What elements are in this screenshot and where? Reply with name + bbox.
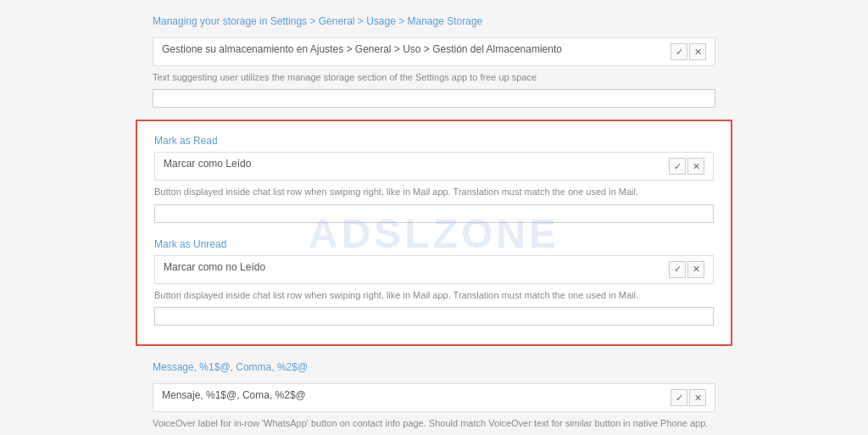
manage-storage-section: Managing your storage in Settings > Gene… [0, 8, 868, 120]
mark-as-unread-actions: ✓ ✕ [669, 261, 704, 278]
mark-as-unread-block: Marcar como no Leído ✓ ✕ Button displaye… [154, 255, 714, 326]
manage-storage-translation-text: Gestione su almacenamiento en Ajustes > … [162, 43, 662, 55]
mark-as-unread-input[interactable] [154, 307, 714, 326]
mark-as-read-translation-text: Marcar como Leído [164, 158, 660, 170]
manage-storage-header: Managing your storage in Settings > Gene… [0, 8, 868, 34]
message-comma-actions: ✓ ✕ [670, 389, 706, 406]
manage-storage-translation-block: Gestione su almacenamiento en Ajustes > … [0, 34, 868, 120]
message-comma-description: VoiceOver label for in-row 'WhatsApp' bu… [153, 414, 715, 435]
mark-as-read-section: Mark as Read Marcar como Leído ✓ ✕ Butto… [154, 130, 714, 222]
manage-storage-translation-row: Gestione su almacenamiento en Ajustes > … [153, 37, 715, 66]
page-container: Managing your storage in Settings > Gene… [0, 0, 868, 435]
message-comma-header: Message, %1$@, Comma, %2$@ [0, 354, 868, 380]
message-comma-translation-row: Mensaje, %1$@, Coma, %2$@ ✓ ✕ [153, 383, 715, 412]
manage-storage-description: Text suggesting user utilizes the manage… [153, 68, 715, 89]
highlighted-section: ADSLZONE Mark as Read Marcar como Leído … [136, 120, 732, 346]
mark-as-read-description: Button displayed inside chat list row wh… [154, 182, 714, 204]
mark-as-unread-cancel-btn[interactable]: ✕ [687, 261, 704, 278]
mark-as-read-block: Marcar como Leído ✓ ✕ Button displayed i… [154, 152, 714, 222]
manage-storage-actions: ✓ ✕ [670, 43, 706, 60]
manage-storage-input[interactable] [153, 89, 715, 108]
mark-as-unread-section: Mark as Unread Marcar como no Leído ✓ ✕ … [154, 233, 714, 326]
mark-as-read-translation-row: Marcar como Leído ✓ ✕ [154, 152, 714, 181]
mark-as-unread-confirm-btn[interactable]: ✓ [669, 261, 686, 278]
message-comma-section: Message, %1$@, Comma, %2$@ Mensaje, %1$@… [0, 354, 868, 435]
mark-as-read-header: Mark as Read [154, 130, 714, 152]
message-comma-translation-text: Mensaje, %1$@, Coma, %2$@ [162, 389, 662, 401]
message-comma-cancel-btn[interactable]: ✕ [689, 389, 706, 406]
message-comma-translation-block: Mensaje, %1$@, Coma, %2$@ ✓ ✕ VoiceOver … [0, 380, 868, 435]
mark-as-unread-description: Button displayed inside chat list row wh… [154, 286, 714, 307]
manage-storage-cancel-btn[interactable]: ✕ [689, 43, 706, 60]
mark-as-read-confirm-btn[interactable]: ✓ [669, 158, 686, 175]
mark-as-unread-translation-row: Marcar como no Leído ✓ ✕ [154, 255, 714, 284]
mark-as-read-cancel-btn[interactable]: ✕ [687, 158, 704, 175]
mark-as-unread-header: Mark as Unread [154, 233, 714, 255]
manage-storage-confirm-btn[interactable]: ✓ [670, 43, 687, 60]
message-comma-confirm-btn[interactable]: ✓ [670, 389, 687, 406]
mark-as-unread-translation-text: Marcar como no Leído [164, 261, 660, 273]
mark-as-read-actions: ✓ ✕ [669, 158, 704, 175]
mark-as-read-input[interactable] [154, 204, 714, 223]
